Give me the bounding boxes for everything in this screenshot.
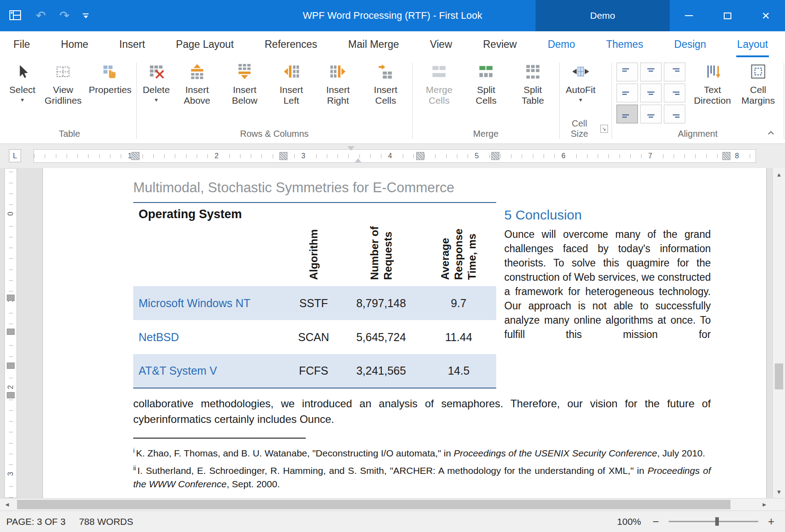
- horizontal-scrollbar[interactable]: ◄ ►: [0, 498, 785, 511]
- table-cell[interactable]: 9.7: [421, 286, 496, 320]
- vertical-scroll-thumb[interactable]: [775, 363, 783, 389]
- table-header-cell[interactable]: Operating System: [133, 203, 286, 286]
- table-cell[interactable]: SCAN: [286, 320, 341, 354]
- vertical-ruler[interactable]: 0 1 2 3: [4, 168, 17, 498]
- ribbon-collapse-button[interactable]: [765, 127, 776, 138]
- horizontal-scroll-track[interactable]: [14, 498, 757, 511]
- select-button[interactable]: Select ▾: [5, 61, 39, 104]
- table-cell[interactable]: NetBSD: [133, 320, 286, 354]
- tab-page-layout[interactable]: Page Layout: [175, 31, 235, 57]
- tab-references[interactable]: References: [264, 31, 318, 57]
- table-cell[interactable]: 3,241,565: [341, 354, 421, 388]
- table-row-marker[interactable]: [7, 329, 15, 335]
- tab-mail-merge[interactable]: Mail Merge: [347, 31, 400, 57]
- scroll-left-icon[interactable]: ◄: [0, 501, 14, 508]
- zoom-slider-thumb[interactable]: [715, 517, 719, 526]
- table-column-marker[interactable]: [279, 152, 287, 160]
- table-header-cell[interactable]: Average Response Time, ms: [421, 203, 496, 286]
- split-table-button[interactable]: Split Table: [509, 61, 557, 106]
- chevron-down-icon: ▾: [21, 97, 24, 103]
- horizontal-ruler[interactable]: 1 2 3 4 5 6 7 8: [34, 149, 756, 163]
- scroll-up-icon[interactable]: ▲: [773, 168, 785, 181]
- footnote-1[interactable]: iK. Zhao, F. Thomas, and B. U. Watanabe,…: [133, 444, 711, 460]
- table-row-marker[interactable]: [7, 295, 15, 301]
- table-row-marker[interactable]: [7, 392, 15, 398]
- indent-marker[interactable]: [347, 151, 362, 159]
- insert-below-button[interactable]: Insert Below: [221, 61, 269, 106]
- horizontal-scroll-thumb[interactable]: [17, 500, 730, 509]
- autofit-button[interactable]: AutoFit ▾: [562, 61, 599, 104]
- align-bottom-left-button[interactable]: [616, 105, 638, 123]
- insert-above-button[interactable]: Insert Above: [173, 61, 221, 106]
- view-gridlines-button[interactable]: View Gridlines: [39, 61, 87, 106]
- properties-button[interactable]: Properties: [87, 61, 133, 96]
- table-column-marker[interactable]: [491, 152, 499, 160]
- table-column-marker[interactable]: [416, 152, 424, 160]
- table-cell[interactable]: Microsoft Windows NT: [133, 286, 286, 320]
- vertical-scrollbar[interactable]: ▲ ▼: [772, 168, 785, 498]
- table-header-cell[interactable]: Number of Requests: [341, 203, 421, 286]
- table-cell[interactable]: 8,797,148: [341, 286, 421, 320]
- qat-customize-icon[interactable]: [83, 13, 89, 18]
- align-top-center-button[interactable]: [640, 63, 662, 81]
- conclusion-paragraph[interactable]: Ounce will overcome many of the grand ch…: [504, 227, 711, 342]
- table-cell[interactable]: 5,645,724: [341, 320, 421, 354]
- table-header-cell[interactable]: Algorithm: [286, 203, 341, 286]
- table-cell[interactable]: SSTF: [286, 286, 341, 320]
- tab-home[interactable]: Home: [60, 31, 89, 57]
- split-cells-button[interactable]: Split Cells: [463, 61, 509, 106]
- window-title: WPF Word Processing (RTF) - First Look: [303, 10, 482, 21]
- insert-left-button[interactable]: Insert Left: [269, 61, 314, 106]
- document-area: 0 1 2 3 Multimodal, Stochastic Symmetrie…: [0, 168, 785, 498]
- conclusion-section: 5 Conclusion Ounce will overcome many of…: [496, 202, 711, 342]
- tab-insert[interactable]: Insert: [118, 31, 146, 57]
- align-center-button[interactable]: [640, 84, 662, 102]
- table-cell[interactable]: FCFS: [286, 354, 341, 388]
- footnote-2[interactable]: iiI. Sutherland, E. Schroedinger, R. Ham…: [133, 461, 711, 491]
- maximize-icon: [724, 13, 731, 19]
- zoom-slider[interactable]: [669, 521, 758, 522]
- tab-file[interactable]: File: [13, 31, 31, 57]
- insert-right-button[interactable]: Insert Right: [314, 61, 362, 106]
- tab-themes[interactable]: Themes: [605, 31, 644, 57]
- tab-stop-selector[interactable]: L: [9, 149, 21, 162]
- document-table[interactable]: Operating System Algorithm Number of Req…: [133, 202, 496, 388]
- document-editing-surface[interactable]: Multimodal, Stochastic Symmetries for E-…: [43, 168, 766, 498]
- tab-design[interactable]: Design: [673, 31, 707, 57]
- cell-size-dialog-launcher-icon[interactable]: ↘: [600, 125, 608, 133]
- vertical-scroll-track[interactable]: [773, 181, 785, 486]
- align-top-right-button[interactable]: [664, 63, 685, 81]
- redo-icon[interactable]: ↷: [59, 10, 70, 22]
- tab-view[interactable]: View: [429, 31, 453, 57]
- table-row-marker[interactable]: [7, 363, 15, 369]
- tab-review[interactable]: Review: [482, 31, 517, 57]
- tab-layout[interactable]: Layout: [736, 31, 769, 57]
- zoom-in-button[interactable]: +: [765, 516, 777, 527]
- close-button[interactable]: ×: [747, 0, 785, 31]
- scroll-right-icon[interactable]: ►: [757, 501, 772, 508]
- insert-cells-button[interactable]: Insert Cells: [362, 61, 409, 106]
- table-cell[interactable]: AT&T System V: [133, 354, 286, 388]
- table-column-marker[interactable]: [722, 152, 730, 160]
- align-bottom-center-button[interactable]: [640, 105, 662, 123]
- align-center-right-button[interactable]: [664, 84, 685, 102]
- align-bottom-right-button[interactable]: [664, 105, 685, 123]
- text-direction-button[interactable]: Text Direction: [690, 61, 735, 106]
- align-top-left-button[interactable]: [616, 63, 638, 81]
- text-direction-icon: [705, 63, 721, 81]
- tab-demo[interactable]: Demo: [547, 31, 576, 57]
- table-cell[interactable]: 14.5: [421, 354, 496, 388]
- zoom-out-button[interactable]: −: [650, 516, 662, 527]
- maximize-button[interactable]: [708, 0, 747, 31]
- hanging-indent-icon: [355, 151, 362, 163]
- delete-button[interactable]: Delete ▾: [139, 61, 173, 104]
- align-center-left-button[interactable]: [616, 84, 638, 102]
- table-cell[interactable]: 11.44: [421, 320, 496, 354]
- undo-icon[interactable]: ↶: [36, 10, 46, 22]
- table-column-marker[interactable]: [131, 152, 139, 160]
- minimize-button[interactable]: [670, 0, 708, 31]
- merge-cells-button[interactable]: Merge Cells: [415, 61, 463, 106]
- cell-margins-button[interactable]: Cell Margins: [735, 61, 781, 106]
- scroll-down-icon[interactable]: ▼: [773, 486, 785, 498]
- body-paragraph[interactable]: collaborative methodologies, we introduc…: [133, 396, 711, 427]
